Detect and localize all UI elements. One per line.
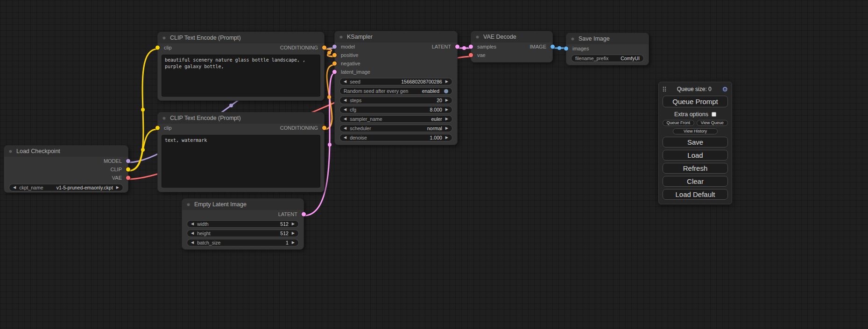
output-slot-vae[interactable]	[126, 176, 130, 180]
widget-label: ckpt_name	[19, 185, 43, 190]
decrement-arrow-icon[interactable]: ◀	[344, 98, 346, 102]
node-title-bar[interactable]: VAE Decode	[471, 31, 552, 42]
decrement-arrow-icon[interactable]: ◀	[191, 231, 194, 235]
next-arrow-icon[interactable]: ▶	[445, 126, 448, 130]
input-slot-vae[interactable]	[469, 53, 473, 57]
node-vae-decode[interactable]: VAE Decode samples IMAGE vae	[471, 31, 553, 63]
node-load-checkpoint[interactable]: Load Checkpoint MODEL CLIP VAE ◀ ckpt_na…	[4, 145, 128, 193]
next-arrow-icon[interactable]: ▶	[445, 117, 448, 121]
input-slot-samples[interactable]	[469, 45, 473, 49]
output-label-image: IMAGE	[530, 44, 546, 49]
prev-arrow-icon[interactable]: ◀	[344, 126, 346, 130]
output-row-vae: VAE	[4, 174, 128, 182]
decrement-arrow-icon[interactable]: ◀	[344, 136, 346, 140]
output-slot-conditioning[interactable]	[322, 126, 326, 130]
input-row-latent-image: latent_image	[335, 68, 457, 76]
queue-front-button[interactable]: Queue Front	[663, 120, 694, 126]
increment-arrow-icon[interactable]: ▶	[445, 98, 448, 102]
collapse-dot-icon[interactable]	[339, 35, 343, 39]
steps-widget[interactable]: ◀ steps 20 ▶	[339, 97, 452, 104]
input-slot-clip[interactable]	[155, 126, 160, 130]
input-slot-images[interactable]	[564, 47, 568, 51]
node-title: VAE Decode	[483, 34, 516, 40]
input-slot-positive[interactable]	[332, 53, 337, 57]
node-title-bar[interactable]: CLIP Text Encode (Prompt)	[158, 112, 324, 124]
decrement-arrow-icon[interactable]: ◀	[344, 108, 346, 112]
widget-value: ComfyUI	[621, 56, 640, 61]
extra-options-checkbox[interactable]	[712, 112, 716, 117]
increment-arrow-icon[interactable]: ▶	[445, 108, 448, 112]
collapse-dot-icon[interactable]	[8, 149, 13, 154]
clear-button[interactable]: Clear	[663, 176, 728, 187]
node-title-bar[interactable]: Empty Latent Image	[182, 199, 303, 210]
load-default-button[interactable]: Load Default	[663, 189, 728, 200]
height-widget[interactable]: ◀ height 512 ▶	[187, 230, 299, 237]
node-clip-text-encode-positive[interactable]: CLIP Text Encode (Prompt) clip CONDITION…	[157, 32, 325, 101]
input-slot-negative[interactable]	[332, 62, 337, 66]
output-row-latent: LATENT	[182, 210, 303, 218]
node-clip-text-encode-negative[interactable]: CLIP Text Encode (Prompt) clip CONDITION…	[157, 112, 325, 192]
queue-actions-row: Queue Front View Queue	[663, 120, 728, 126]
next-arrow-icon[interactable]: ▶	[116, 186, 119, 189]
node-title-bar[interactable]: Save Image	[566, 33, 649, 44]
random-seed-toggle-widget[interactable]: Random seed after every gen enabled	[339, 87, 452, 95]
increment-arrow-icon[interactable]: ▶	[292, 222, 295, 226]
increment-arrow-icon[interactable]: ▶	[445, 136, 448, 140]
output-slot-clip[interactable]	[126, 168, 130, 172]
increment-arrow-icon[interactable]: ▶	[445, 80, 448, 84]
drag-handle-icon[interactable]	[663, 86, 666, 92]
output-slot-latent[interactable]	[455, 45, 459, 49]
menu-header: Queue size: 0 ⚙	[663, 85, 728, 93]
decrement-arrow-icon[interactable]: ◀	[191, 241, 194, 245]
collapse-dot-icon[interactable]	[475, 35, 480, 39]
node-save-image[interactable]: Save Image images filename_prefix ComfyU…	[566, 33, 649, 65]
widget-value: 512	[280, 221, 289, 227]
sampler-name-widget[interactable]: ◀ sampler_name euler ▶	[339, 115, 452, 123]
extra-options-row: Extra options	[663, 111, 728, 118]
output-slot-conditioning[interactable]	[322, 46, 326, 50]
widget-value: normal	[427, 126, 442, 131]
save-button[interactable]: Save	[663, 137, 728, 147]
node-title-bar[interactable]: Load Checkpoint	[4, 146, 128, 157]
prev-arrow-icon[interactable]: ◀	[344, 117, 346, 121]
scheduler-widget[interactable]: ◀ scheduler normal ▶	[339, 125, 452, 132]
prev-arrow-icon[interactable]: ◀	[13, 186, 16, 189]
input-slot-model[interactable]	[332, 45, 337, 49]
collapse-dot-icon[interactable]	[571, 37, 575, 41]
output-slot-latent[interactable]	[302, 212, 306, 217]
collapse-dot-icon[interactable]	[186, 203, 191, 207]
ckpt-name-widget[interactable]: ◀ ckpt_name v1-5-pruned-emaonly.ckpt ▶	[9, 184, 123, 191]
batch-size-widget[interactable]: ◀ batch_size 1 ▶	[187, 239, 299, 246]
collapse-dot-icon[interactable]	[162, 116, 166, 120]
queue-prompt-button[interactable]: Queue Prompt	[663, 96, 728, 107]
refresh-button[interactable]: Refresh	[663, 163, 728, 174]
negative-prompt-textarea[interactable]: text, watermark	[162, 135, 320, 188]
denoise-widget[interactable]: ◀ denoise 1.000 ▶	[339, 134, 452, 141]
width-widget[interactable]: ◀ width 512 ▶	[187, 220, 299, 228]
filename-prefix-widget[interactable]: filename_prefix ComfyUI	[571, 55, 644, 62]
load-button[interactable]: Load	[663, 150, 728, 161]
input-slot-latent-image[interactable]	[332, 70, 337, 74]
decrement-arrow-icon[interactable]: ◀	[191, 222, 194, 226]
toggle-indicator-icon[interactable]	[444, 89, 448, 93]
input-slot-clip[interactable]	[155, 46, 160, 50]
node-ksampler[interactable]: KSampler model LATENT positive negative …	[334, 31, 458, 145]
positive-prompt-textarea[interactable]: beautiful scenery nature glass bottle la…	[162, 55, 320, 97]
node-empty-latent-image[interactable]: Empty Latent Image LATENT ◀ width 512 ▶ …	[182, 198, 304, 250]
link-conditioning-positive-midpoint	[327, 51, 331, 55]
output-slot-image[interactable]	[550, 45, 555, 49]
graph-canvas[interactable]: Load Checkpoint MODEL CLIP VAE ◀ ckpt_na…	[0, 0, 868, 329]
node-title: CLIP Text Encode (Prompt)	[170, 115, 241, 121]
view-queue-button[interactable]: View Queue	[697, 120, 728, 126]
decrement-arrow-icon[interactable]: ◀	[344, 80, 346, 84]
output-slot-model[interactable]	[126, 159, 130, 163]
view-history-button[interactable]: View History	[673, 128, 718, 134]
node-title-bar[interactable]: KSampler	[335, 31, 457, 42]
settings-gear-icon[interactable]: ⚙	[722, 86, 728, 92]
seed-widget[interactable]: ◀ seed 156680208700286 ▶	[339, 78, 452, 85]
increment-arrow-icon[interactable]: ▶	[292, 241, 295, 245]
increment-arrow-icon[interactable]: ▶	[292, 231, 295, 235]
collapse-dot-icon[interactable]	[162, 36, 166, 40]
cfg-widget[interactable]: ◀ cfg 8.000 ▶	[339, 106, 452, 113]
node-title-bar[interactable]: CLIP Text Encode (Prompt)	[158, 32, 324, 43]
